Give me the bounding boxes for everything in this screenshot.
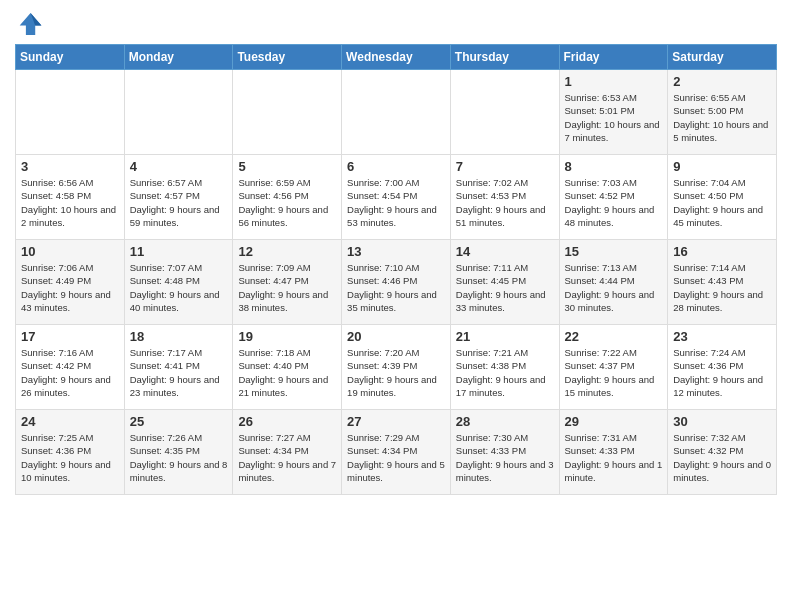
calendar-cell: 27Sunrise: 7:29 AM Sunset: 4:34 PM Dayli… bbox=[342, 410, 451, 495]
day-number: 12 bbox=[238, 244, 336, 259]
day-info: Sunrise: 7:13 AM Sunset: 4:44 PM Dayligh… bbox=[565, 261, 663, 314]
calendar-cell: 19Sunrise: 7:18 AM Sunset: 4:40 PM Dayli… bbox=[233, 325, 342, 410]
calendar-cell bbox=[16, 70, 125, 155]
day-info: Sunrise: 6:53 AM Sunset: 5:01 PM Dayligh… bbox=[565, 91, 663, 144]
day-info: Sunrise: 7:25 AM Sunset: 4:36 PM Dayligh… bbox=[21, 431, 119, 484]
calendar-cell: 16Sunrise: 7:14 AM Sunset: 4:43 PM Dayli… bbox=[668, 240, 777, 325]
day-info: Sunrise: 6:55 AM Sunset: 5:00 PM Dayligh… bbox=[673, 91, 771, 144]
calendar-week-row: 1Sunrise: 6:53 AM Sunset: 5:01 PM Daylig… bbox=[16, 70, 777, 155]
day-number: 10 bbox=[21, 244, 119, 259]
calendar-cell: 26Sunrise: 7:27 AM Sunset: 4:34 PM Dayli… bbox=[233, 410, 342, 495]
day-info: Sunrise: 7:20 AM Sunset: 4:39 PM Dayligh… bbox=[347, 346, 445, 399]
day-info: Sunrise: 7:10 AM Sunset: 4:46 PM Dayligh… bbox=[347, 261, 445, 314]
day-number: 18 bbox=[130, 329, 228, 344]
day-number: 29 bbox=[565, 414, 663, 429]
calendar-cell: 21Sunrise: 7:21 AM Sunset: 4:38 PM Dayli… bbox=[450, 325, 559, 410]
weekday-header-tuesday: Tuesday bbox=[233, 45, 342, 70]
calendar-cell: 12Sunrise: 7:09 AM Sunset: 4:47 PM Dayli… bbox=[233, 240, 342, 325]
day-info: Sunrise: 6:57 AM Sunset: 4:57 PM Dayligh… bbox=[130, 176, 228, 229]
day-number: 20 bbox=[347, 329, 445, 344]
day-info: Sunrise: 7:30 AM Sunset: 4:33 PM Dayligh… bbox=[456, 431, 554, 484]
day-info: Sunrise: 7:11 AM Sunset: 4:45 PM Dayligh… bbox=[456, 261, 554, 314]
calendar-cell: 8Sunrise: 7:03 AM Sunset: 4:52 PM Daylig… bbox=[559, 155, 668, 240]
day-info: Sunrise: 7:21 AM Sunset: 4:38 PM Dayligh… bbox=[456, 346, 554, 399]
day-info: Sunrise: 7:14 AM Sunset: 4:43 PM Dayligh… bbox=[673, 261, 771, 314]
day-number: 8 bbox=[565, 159, 663, 174]
day-info: Sunrise: 7:32 AM Sunset: 4:32 PM Dayligh… bbox=[673, 431, 771, 484]
day-number: 17 bbox=[21, 329, 119, 344]
calendar-header-row: SundayMondayTuesdayWednesdayThursdayFrid… bbox=[16, 45, 777, 70]
calendar-cell: 17Sunrise: 7:16 AM Sunset: 4:42 PM Dayli… bbox=[16, 325, 125, 410]
day-info: Sunrise: 7:31 AM Sunset: 4:33 PM Dayligh… bbox=[565, 431, 663, 484]
day-number: 16 bbox=[673, 244, 771, 259]
calendar-cell: 1Sunrise: 6:53 AM Sunset: 5:01 PM Daylig… bbox=[559, 70, 668, 155]
weekday-header-saturday: Saturday bbox=[668, 45, 777, 70]
calendar-cell: 20Sunrise: 7:20 AM Sunset: 4:39 PM Dayli… bbox=[342, 325, 451, 410]
calendar-cell: 9Sunrise: 7:04 AM Sunset: 4:50 PM Daylig… bbox=[668, 155, 777, 240]
day-info: Sunrise: 7:03 AM Sunset: 4:52 PM Dayligh… bbox=[565, 176, 663, 229]
day-info: Sunrise: 7:09 AM Sunset: 4:47 PM Dayligh… bbox=[238, 261, 336, 314]
calendar-cell: 7Sunrise: 7:02 AM Sunset: 4:53 PM Daylig… bbox=[450, 155, 559, 240]
calendar-cell: 10Sunrise: 7:06 AM Sunset: 4:49 PM Dayli… bbox=[16, 240, 125, 325]
calendar-table: SundayMondayTuesdayWednesdayThursdayFrid… bbox=[15, 44, 777, 495]
calendar-cell: 3Sunrise: 6:56 AM Sunset: 4:58 PM Daylig… bbox=[16, 155, 125, 240]
calendar-cell: 2Sunrise: 6:55 AM Sunset: 5:00 PM Daylig… bbox=[668, 70, 777, 155]
day-info: Sunrise: 6:59 AM Sunset: 4:56 PM Dayligh… bbox=[238, 176, 336, 229]
weekday-header-monday: Monday bbox=[124, 45, 233, 70]
day-info: Sunrise: 7:24 AM Sunset: 4:36 PM Dayligh… bbox=[673, 346, 771, 399]
calendar-cell: 6Sunrise: 7:00 AM Sunset: 4:54 PM Daylig… bbox=[342, 155, 451, 240]
calendar-cell: 24Sunrise: 7:25 AM Sunset: 4:36 PM Dayli… bbox=[16, 410, 125, 495]
day-number: 7 bbox=[456, 159, 554, 174]
day-number: 27 bbox=[347, 414, 445, 429]
calendar-cell bbox=[233, 70, 342, 155]
day-number: 14 bbox=[456, 244, 554, 259]
page-container: SundayMondayTuesdayWednesdayThursdayFrid… bbox=[0, 0, 792, 505]
calendar-cell bbox=[342, 70, 451, 155]
logo bbox=[15, 10, 47, 38]
calendar-cell: 28Sunrise: 7:30 AM Sunset: 4:33 PM Dayli… bbox=[450, 410, 559, 495]
calendar-cell bbox=[450, 70, 559, 155]
day-number: 28 bbox=[456, 414, 554, 429]
day-info: Sunrise: 7:16 AM Sunset: 4:42 PM Dayligh… bbox=[21, 346, 119, 399]
calendar-cell: 25Sunrise: 7:26 AM Sunset: 4:35 PM Dayli… bbox=[124, 410, 233, 495]
calendar-week-row: 3Sunrise: 6:56 AM Sunset: 4:58 PM Daylig… bbox=[16, 155, 777, 240]
calendar-cell: 15Sunrise: 7:13 AM Sunset: 4:44 PM Dayli… bbox=[559, 240, 668, 325]
day-number: 2 bbox=[673, 74, 771, 89]
calendar-cell: 14Sunrise: 7:11 AM Sunset: 4:45 PM Dayli… bbox=[450, 240, 559, 325]
calendar-cell: 4Sunrise: 6:57 AM Sunset: 4:57 PM Daylig… bbox=[124, 155, 233, 240]
day-number: 19 bbox=[238, 329, 336, 344]
day-info: Sunrise: 7:04 AM Sunset: 4:50 PM Dayligh… bbox=[673, 176, 771, 229]
day-number: 1 bbox=[565, 74, 663, 89]
calendar-week-row: 24Sunrise: 7:25 AM Sunset: 4:36 PM Dayli… bbox=[16, 410, 777, 495]
day-info: Sunrise: 7:26 AM Sunset: 4:35 PM Dayligh… bbox=[130, 431, 228, 484]
day-number: 13 bbox=[347, 244, 445, 259]
day-number: 21 bbox=[456, 329, 554, 344]
day-number: 24 bbox=[21, 414, 119, 429]
weekday-header-thursday: Thursday bbox=[450, 45, 559, 70]
calendar-cell: 11Sunrise: 7:07 AM Sunset: 4:48 PM Dayli… bbox=[124, 240, 233, 325]
day-number: 23 bbox=[673, 329, 771, 344]
day-number: 5 bbox=[238, 159, 336, 174]
day-info: Sunrise: 7:00 AM Sunset: 4:54 PM Dayligh… bbox=[347, 176, 445, 229]
day-number: 4 bbox=[130, 159, 228, 174]
weekday-header-wednesday: Wednesday bbox=[342, 45, 451, 70]
calendar-cell: 18Sunrise: 7:17 AM Sunset: 4:41 PM Dayli… bbox=[124, 325, 233, 410]
calendar-week-row: 17Sunrise: 7:16 AM Sunset: 4:42 PM Dayli… bbox=[16, 325, 777, 410]
day-number: 25 bbox=[130, 414, 228, 429]
day-number: 11 bbox=[130, 244, 228, 259]
day-info: Sunrise: 7:29 AM Sunset: 4:34 PM Dayligh… bbox=[347, 431, 445, 484]
logo-icon bbox=[15, 10, 43, 38]
day-info: Sunrise: 7:06 AM Sunset: 4:49 PM Dayligh… bbox=[21, 261, 119, 314]
calendar-week-row: 10Sunrise: 7:06 AM Sunset: 4:49 PM Dayli… bbox=[16, 240, 777, 325]
calendar-cell: 29Sunrise: 7:31 AM Sunset: 4:33 PM Dayli… bbox=[559, 410, 668, 495]
calendar-cell: 30Sunrise: 7:32 AM Sunset: 4:32 PM Dayli… bbox=[668, 410, 777, 495]
header bbox=[15, 10, 777, 38]
day-number: 15 bbox=[565, 244, 663, 259]
calendar-cell: 13Sunrise: 7:10 AM Sunset: 4:46 PM Dayli… bbox=[342, 240, 451, 325]
weekday-header-friday: Friday bbox=[559, 45, 668, 70]
calendar-cell: 22Sunrise: 7:22 AM Sunset: 4:37 PM Dayli… bbox=[559, 325, 668, 410]
day-number: 26 bbox=[238, 414, 336, 429]
day-number: 30 bbox=[673, 414, 771, 429]
weekday-header-sunday: Sunday bbox=[16, 45, 125, 70]
day-info: Sunrise: 7:07 AM Sunset: 4:48 PM Dayligh… bbox=[130, 261, 228, 314]
